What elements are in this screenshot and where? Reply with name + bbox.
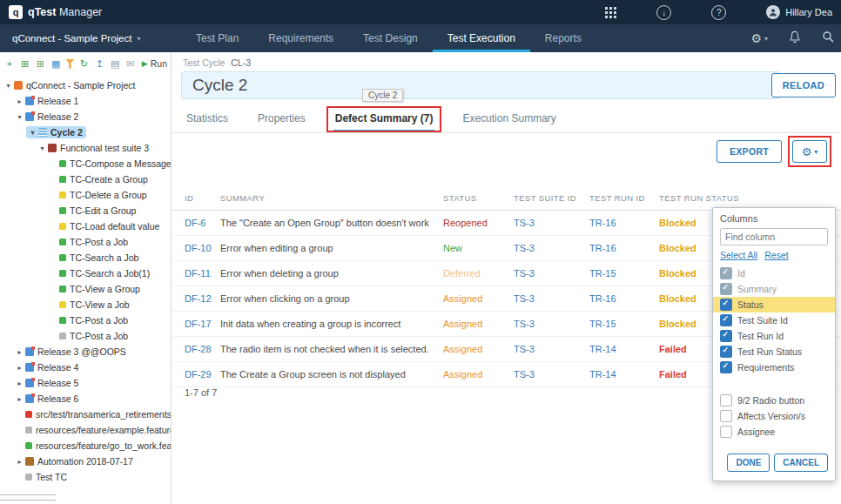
tree-item-src-test-transamerica-retirements-features-verify[interactable]: src/test/transamerica_retirements/featur…	[0, 407, 171, 422]
defect-id-link[interactable]: DF-6	[185, 211, 219, 235]
tree-item-tc-compose-a-message[interactable]: TC-Compose a Message	[0, 156, 171, 171]
column-option-test-run-status[interactable]: Test Run Status	[713, 344, 835, 360]
tree-item-tc-post-a-job[interactable]: TC-Post a Job	[0, 312, 171, 328]
test-suite-link[interactable]: TS-3	[514, 362, 587, 386]
help-icon[interactable]: ?	[711, 5, 726, 20]
tree-item-automation-2018-07-17[interactable]: ▸Automation 2018-07-17	[0, 454, 171, 469]
download-icon[interactable]: ↓	[656, 5, 671, 20]
tree-item-release-4[interactable]: ▸Release 4	[0, 360, 171, 375]
test-run-link[interactable]: TR-16	[589, 236, 657, 260]
checked-checkbox[interactable]	[720, 346, 732, 358]
column-option-requirements[interactable]: Requirements	[713, 360, 835, 375]
tab-properties[interactable]: Properties	[256, 104, 307, 132]
apps-grid-icon[interactable]	[604, 6, 616, 18]
chevron-right-icon[interactable]: ▸	[15, 97, 24, 105]
tree-item-tc-view-a-job[interactable]: TC-View a Job	[0, 297, 171, 312]
unchecked-checkbox[interactable]	[720, 426, 732, 438]
tree-item-release-6[interactable]: ▸Release 6	[0, 391, 171, 407]
defect-id-link[interactable]: DF-10	[185, 236, 219, 260]
column-option-status[interactable]: Status	[713, 297, 835, 312]
add-suite-icon[interactable]: ⊞	[35, 57, 47, 70]
tab-execution-summary[interactable]: Execution Summary	[461, 104, 557, 132]
refresh-icon[interactable]: ↻	[78, 57, 91, 70]
tree-item-tc-view-a-group[interactable]: TC-View a Group	[0, 281, 171, 297]
tree-item-cycle-2[interactable]: ▾Cycle 2	[0, 124, 171, 140]
column-option-assignee[interactable]: Assignee	[713, 424, 835, 440]
cycle-title-field[interactable]: Cycle 2	[181, 71, 780, 99]
chevron-down-icon[interactable]: ▾	[28, 129, 37, 137]
test-run-link[interactable]: TR-16	[589, 211, 657, 235]
tree-item-release-1[interactable]: ▸Release 1	[0, 93, 171, 109]
nav-item-test-plan[interactable]: Test Plan	[181, 24, 253, 52]
test-run-link[interactable]: TR-14	[589, 337, 657, 361]
tree-item-tc-post-a-job[interactable]: TC-Post a Job	[0, 328, 171, 344]
export-icon[interactable]: ↥	[94, 57, 106, 70]
checked-checkbox[interactable]	[720, 314, 732, 326]
search-icon[interactable]	[822, 30, 834, 46]
checked-checkbox[interactable]	[720, 267, 732, 279]
checked-checkbox[interactable]	[720, 330, 732, 342]
done-button[interactable]: DONE	[727, 454, 770, 472]
chevron-down-icon[interactable]: ▾	[15, 113, 24, 121]
tree-item-qconnect-sample-project[interactable]: ▾qConnect - Sample Project	[0, 77, 171, 93]
tree-item-tc-search-a-job-1[interactable]: TC-Search a Job(1)	[0, 265, 171, 281]
test-suite-link[interactable]: TS-3	[514, 236, 587, 260]
tab-statistics[interactable]: Statistics	[185, 104, 230, 132]
defect-id-link[interactable]: DF-29	[185, 362, 219, 386]
column-option-9-2-radio-button[interactable]: 9/2 Radio button	[713, 393, 835, 408]
tree-item-resources-feature-example-feature[interactable]: resources/feature/example.feature	[0, 422, 171, 438]
chevron-down-icon[interactable]: ▾	[3, 82, 13, 90]
tree-item-release-2[interactable]: ▾Release 2	[0, 109, 171, 124]
tree-item-tc-search-a-job[interactable]: TC-Search a Job	[0, 250, 171, 265]
test-run-link[interactable]: TR-16	[589, 286, 657, 311]
test-suite-link[interactable]: TS-3	[514, 211, 587, 235]
nav-item-test-design[interactable]: Test Design	[348, 24, 433, 52]
tree-item-tc-edit-a-group[interactable]: TC-Edit a Group	[0, 203, 171, 218]
chevron-right-icon[interactable]: ▸	[15, 458, 24, 466]
filter-icon[interactable]	[65, 59, 75, 69]
chevron-right-icon[interactable]: ▸	[15, 380, 24, 387]
defect-id-link[interactable]: DF-11	[185, 261, 219, 286]
nav-item-test-execution[interactable]: Test Execution	[433, 24, 530, 52]
export-button[interactable]: EXPORT	[717, 140, 782, 163]
chevron-down-icon[interactable]: ▾	[37, 144, 47, 152]
defect-id-link[interactable]: DF-12	[185, 286, 219, 311]
select-all-link[interactable]: Select All	[720, 250, 757, 260]
columns-settings-button[interactable]: ⚙▾	[792, 140, 827, 163]
user-menu[interactable]: Hillary Dea	[766, 5, 832, 19]
find-column-input[interactable]	[720, 228, 828, 245]
test-suite-link[interactable]: TS-3	[514, 337, 587, 361]
defect-id-link[interactable]: DF-28	[185, 337, 219, 361]
settings-gear-icon[interactable]: ⚙▾	[750, 31, 768, 45]
report-icon[interactable]: ▤	[109, 57, 121, 70]
run-button[interactable]: ▶Run	[142, 58, 167, 69]
chevron-right-icon[interactable]: ▸	[15, 395, 24, 403]
tree-item-release-3-oops[interactable]: ▸Release 3 @@OOPS	[0, 344, 171, 360]
column-option-test-suite-id[interactable]: Test Suite Id	[713, 312, 835, 328]
project-selector[interactable]: qConnect - Sample Project ▾	[0, 24, 181, 52]
checked-checkbox[interactable]	[720, 283, 732, 295]
column-option-test-run-id[interactable]: Test Run Id	[713, 328, 835, 344]
test-run-link[interactable]: TR-14	[589, 362, 657, 386]
cancel-button[interactable]: CANCEL	[774, 454, 828, 472]
tree-item-tc-delete-a-group[interactable]: TC-Delete a Group	[0, 187, 171, 203]
defect-id-link[interactable]: DF-17	[185, 312, 219, 336]
test-suite-link[interactable]: TS-3	[514, 286, 587, 311]
unchecked-checkbox[interactable]	[720, 410, 732, 422]
column-option-id[interactable]: Id	[713, 265, 835, 281]
column-option-affects-version-s[interactable]: Affects Version/s	[713, 408, 835, 424]
reload-button[interactable]: RELOAD	[771, 73, 836, 97]
chevron-right-icon[interactable]: ▸	[15, 364, 24, 372]
nav-item-requirements[interactable]: Requirements	[253, 24, 348, 52]
notifications-bell-icon[interactable]	[789, 30, 801, 47]
checked-checkbox[interactable]	[720, 361, 732, 373]
nav-item-reports[interactable]: Reports	[530, 24, 596, 52]
tree-item-tc-post-a-job[interactable]: TC-Post a Job	[0, 234, 171, 250]
unchecked-checkbox[interactable]	[720, 394, 732, 407]
tree-item-functional-test-suite-3[interactable]: ▾Functional test suite 3	[0, 140, 171, 156]
column-option-summary[interactable]: Summary	[713, 281, 835, 297]
reset-link[interactable]: Reset	[764, 250, 788, 260]
add-release-icon[interactable]: +	[3, 57, 16, 70]
test-suite-link[interactable]: TS-3	[514, 261, 587, 286]
email-icon[interactable]: ✉	[124, 57, 137, 70]
